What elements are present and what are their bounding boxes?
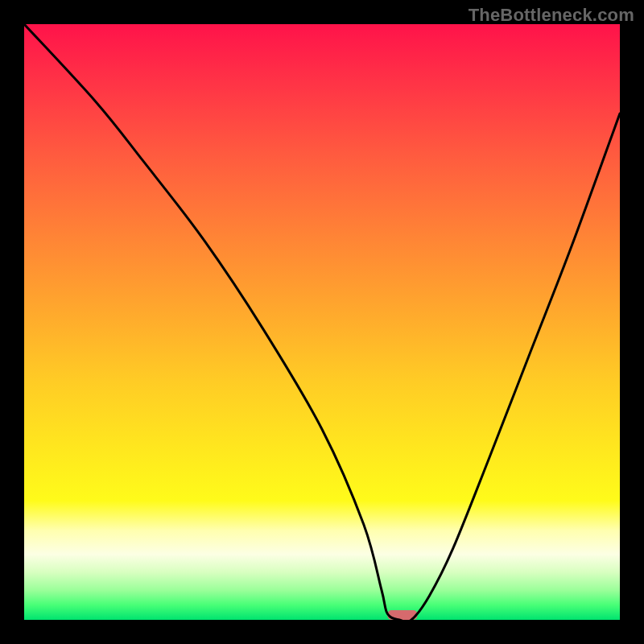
gradient-background xyxy=(24,24,620,620)
plot-area xyxy=(24,24,620,620)
chart-frame: TheBottleneck.com xyxy=(0,0,644,644)
watermark-text: TheBottleneck.com xyxy=(469,5,634,26)
bottleneck-chart xyxy=(24,24,620,620)
